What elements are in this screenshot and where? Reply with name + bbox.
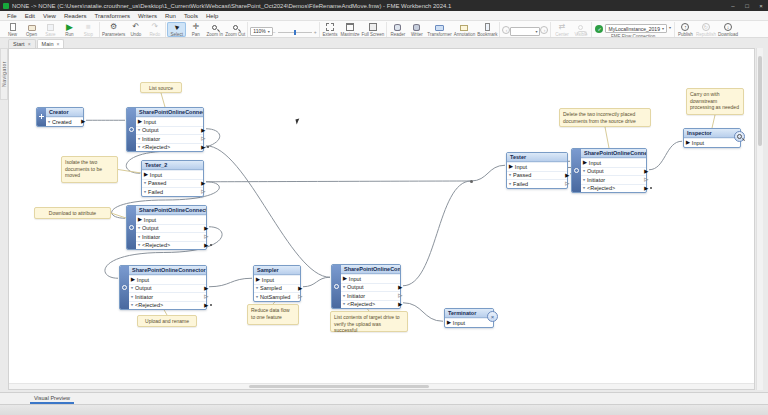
- bookmark-navigation[interactable]: ‹▾›: [501, 22, 549, 37]
- port-sampled[interactable]: ▾Sampled▶: [254, 284, 300, 293]
- toolbar-extents-button[interactable]: Extents: [321, 22, 340, 37]
- port-input[interactable]: ▶Input: [684, 138, 740, 147]
- port-output[interactable]: ▾Output▶: [136, 126, 203, 135]
- port-notsampled[interactable]: ▾NotSampled▷: [254, 292, 300, 301]
- toolbar-pan-button[interactable]: ✛Pan: [186, 22, 205, 37]
- node-tester[interactable]: Tester▶Input▾Passed▶▾Failed▷: [506, 152, 568, 189]
- toolbar-undo-button[interactable]: ↶Undo: [126, 22, 145, 37]
- port-initiator[interactable]: ▾Initiator▷: [129, 292, 206, 301]
- toolbar-full-screen-button[interactable]: Full Screen: [361, 22, 386, 37]
- zoom-level-control[interactable]: 110%▾−+: [249, 22, 317, 37]
- tab-main[interactable]: Main×: [37, 39, 65, 48]
- toolbar-transformer-button[interactable]: Transformer: [426, 22, 452, 37]
- port-input[interactable]: ▶Input: [254, 275, 300, 284]
- toolbar-reader-button[interactable]: Reader: [388, 22, 407, 37]
- port-input[interactable]: ▶Input: [445, 318, 493, 327]
- wire[interactable]: [471, 165, 505, 181]
- toolbar-annotation-button[interactable]: Annotation: [453, 22, 477, 37]
- port-initiator[interactable]: ▾Initiator▷: [136, 232, 206, 241]
- port-input[interactable]: ▶Input: [129, 275, 206, 284]
- node-spoc1[interactable]: SharePointOnlineConnector▶Input▾Output▶▾…: [126, 107, 204, 152]
- zoom-level-combo[interactable]: 110%▾: [250, 27, 272, 36]
- port-failed[interactable]: ▾Failed▷: [142, 187, 203, 196]
- wire[interactable]: [206, 181, 471, 182]
- toolbar-writer-button[interactable]: Writer: [407, 22, 426, 37]
- port-initiator[interactable]: ▾Initiator▷: [341, 291, 400, 300]
- port-input[interactable]: ▶Input: [341, 274, 400, 283]
- node-creator[interactable]: Creator▾Created▶: [36, 107, 84, 127]
- port-input[interactable]: ▶Input: [136, 117, 203, 126]
- toolbar-new-button[interactable]: New: [3, 22, 22, 37]
- menu-view[interactable]: View: [39, 13, 60, 19]
- node-spoc2[interactable]: SharePointOnlineConnector_2▶Input▾Output…: [126, 205, 207, 250]
- toolbar-stop-button[interactable]: ■Stop: [79, 22, 98, 37]
- port-rejected[interactable]: ▾<Rejected>▶: [136, 241, 206, 250]
- node-spoc4[interactable]: SharePointOnlineConnector_4▶Input▾Output…: [331, 264, 401, 309]
- port-failed[interactable]: ▾Failed▷: [507, 179, 567, 188]
- toolbar-publish-button[interactable]: ↑Publish: [676, 22, 695, 37]
- minimize-button[interactable]: –: [726, 0, 740, 11]
- toolbar-redo-button[interactable]: ↷Redo: [145, 22, 164, 37]
- node-spoc5[interactable]: SharePointOnlineConnector_5▶Input▾Output…: [571, 148, 647, 193]
- wire[interactable]: [209, 278, 252, 287]
- menu-run[interactable]: Run: [161, 13, 180, 19]
- menu-transformers[interactable]: Transformers: [91, 13, 134, 19]
- zoom-slider[interactable]: −+: [273, 29, 317, 35]
- maximize-button[interactable]: □: [740, 0, 754, 11]
- port-output[interactable]: ▾Output▶: [129, 284, 206, 293]
- annotation[interactable]: Reduce data flow to one feature: [247, 304, 299, 325]
- close-button[interactable]: ×: [754, 0, 768, 11]
- port-input[interactable]: ▶Input: [136, 215, 206, 224]
- annotation[interactable]: Upload and rename: [137, 315, 197, 327]
- toolbar-maximize-button[interactable]: Maximize: [340, 22, 361, 37]
- toolbar-zoom-out-button[interactable]: Zoom Out: [224, 22, 246, 37]
- toolbar-bookmark-button[interactable]: Bookmark: [476, 22, 498, 37]
- close-tab-icon[interactable]: ×: [28, 41, 31, 47]
- toolbar-zoom-in-button[interactable]: Zoom In: [205, 22, 224, 37]
- port-input[interactable]: ▶Input: [581, 158, 646, 167]
- port-passed[interactable]: ▾Passed▶: [507, 171, 567, 180]
- port-initiator[interactable]: ▾Initiator▷: [581, 175, 646, 184]
- wire[interactable]: [206, 146, 330, 278]
- menu-edit[interactable]: Edit: [21, 13, 39, 19]
- annotation[interactable]: List contents of target drive to verify …: [330, 311, 408, 332]
- wire[interactable]: [403, 303, 443, 322]
- port-output[interactable]: ▾Output▶: [581, 167, 646, 176]
- port-input[interactable]: ▶Input: [507, 162, 567, 171]
- wire[interactable]: [403, 181, 471, 286]
- toolbar-download-button[interactable]: ↓Download: [717, 22, 739, 37]
- port-input[interactable]: ▶Input: [142, 170, 203, 179]
- wire[interactable]: [649, 141, 682, 170]
- navigator-panel-tab[interactable]: Navigator: [0, 48, 8, 100]
- port-output[interactable]: ▾Output▶: [136, 224, 206, 233]
- menu-help[interactable]: Help: [202, 13, 222, 19]
- toolbar-parameters-button[interactable]: ⚙Parameters: [101, 22, 126, 37]
- node-spoc3[interactable]: SharePointOnlineConnector_3▶Input▾Output…: [119, 265, 207, 310]
- toolbar-run-button[interactable]: ▶Run: [60, 22, 79, 37]
- port-initiator[interactable]: ▾Initiator▷: [136, 134, 203, 143]
- port-rejected[interactable]: ▾<Rejected>▶: [581, 184, 646, 193]
- wire[interactable]: [303, 277, 330, 287]
- port-output[interactable]: ▾Output▶: [341, 283, 400, 292]
- port-rejected[interactable]: ▾<Rejected>▶: [136, 143, 203, 152]
- tab-start[interactable]: Start×: [8, 39, 36, 48]
- node-sampler[interactable]: Sampler▶Input▾Sampled▶▾NotSampled▷: [253, 265, 301, 302]
- node-inspector[interactable]: Inspector▶Input: [683, 128, 741, 148]
- node-terminator[interactable]: Terminator▶Input×: [444, 308, 494, 328]
- menu-tools[interactable]: Tools: [180, 13, 202, 19]
- port-rejected[interactable]: ▾<Rejected>▶: [129, 301, 206, 310]
- flow-connection-combo[interactable]: MyLocalInstance_2019▾: [605, 24, 666, 33]
- node-tester2[interactable]: Tester_2▶Input▾Passed▶▾Failed▷: [141, 160, 204, 197]
- toolbar-open-button[interactable]: Open: [22, 22, 41, 37]
- bookmark-combo[interactable]: ▾: [510, 27, 540, 36]
- menu-readers[interactable]: Readers: [60, 13, 91, 19]
- annotation[interactable]: Carry on with downstream processing as n…: [686, 88, 744, 115]
- toolbar-center-button[interactable]: ⇄Center: [552, 22, 571, 37]
- port-rejected[interactable]: ▾<Rejected>▶: [341, 300, 400, 309]
- menu-file[interactable]: File: [3, 13, 21, 19]
- port-created[interactable]: ▾Created▶: [46, 117, 83, 126]
- tab-visual-preview[interactable]: Visual Preview: [30, 394, 74, 404]
- next-bookmark-icon[interactable]: ›: [540, 26, 548, 34]
- toolbar-select-button[interactable]: ◄Select: [167, 22, 186, 37]
- menu-writers[interactable]: Writers: [134, 13, 161, 19]
